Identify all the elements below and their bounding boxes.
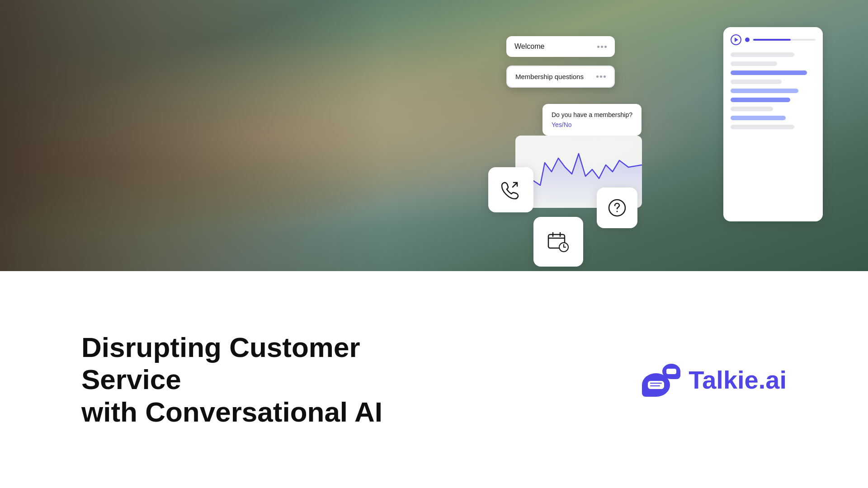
- membership-more-options[interactable]: [596, 75, 606, 78]
- chat-message-bar: [731, 70, 807, 75]
- chat-message-bar: [731, 125, 794, 129]
- question-text: Do you have a membership?: [552, 111, 632, 118]
- headline-line2: with Conversational AI: [81, 396, 382, 427]
- hero-section: Welcome Membership questions Do you have…: [0, 0, 868, 271]
- bottom-section: Disrupting Customer Service with Convers…: [0, 271, 868, 488]
- help-icon: [606, 197, 628, 219]
- schedule-icon-card: [533, 217, 583, 267]
- logo-secondary-bubble: [662, 364, 680, 379]
- dot-2: [600, 75, 602, 78]
- question-icon-card: [597, 188, 637, 228]
- headline-line1: Disrupting Customer Service: [81, 332, 360, 395]
- dot-1: [596, 75, 599, 78]
- dot-2: [601, 46, 603, 48]
- chat-message-bar: [731, 89, 798, 93]
- chat-message-bar: [731, 52, 794, 57]
- chat-message-bar: [731, 98, 790, 102]
- chat-message-bar: [731, 116, 786, 120]
- talkie-logo-text: Talkie.ai: [689, 365, 787, 394]
- play-button[interactable]: [731, 34, 741, 45]
- logo-area[interactable]: Talkie.ai: [642, 363, 787, 397]
- audio-dot-indicator: [745, 38, 750, 42]
- chat-panel: [723, 27, 823, 221]
- progress-fill: [753, 39, 791, 41]
- yes-no-text: Yes/No: [552, 121, 632, 128]
- welcome-more-options[interactable]: [597, 46, 607, 48]
- welcome-label: Welcome: [514, 42, 544, 51]
- phone-icon: [500, 179, 522, 201]
- phone-icon-card: [488, 167, 533, 212]
- dot-3: [604, 75, 606, 78]
- dot-3: [604, 46, 607, 48]
- svg-point-2: [617, 211, 618, 212]
- welcome-card[interactable]: Welcome: [506, 36, 615, 57]
- headline: Disrupting Customer Service with Convers…: [81, 331, 398, 428]
- logo-secondary-bubble-inner: [666, 369, 676, 374]
- chat-messages-list: [731, 52, 816, 129]
- audio-progress-bar[interactable]: [753, 39, 816, 41]
- hero-people-overlay: [0, 0, 384, 271]
- question-bubble: Do you have a membership? Yes/No: [542, 104, 642, 136]
- ui-overlays-container: Welcome Membership questions Do you have…: [506, 27, 823, 262]
- play-icon: [735, 38, 738, 42]
- chat-header: [731, 34, 816, 45]
- schedule-icon: [546, 229, 571, 254]
- logo-bubble-lines: [648, 381, 664, 389]
- chat-message-bar: [731, 80, 782, 84]
- talkie-logo-icon: [642, 363, 680, 397]
- chat-message-bar: [731, 61, 777, 66]
- membership-label: Membership questions: [515, 73, 584, 80]
- membership-card[interactable]: Membership questions: [506, 66, 615, 88]
- chat-message-bar: [731, 107, 773, 111]
- dot-1: [597, 46, 599, 48]
